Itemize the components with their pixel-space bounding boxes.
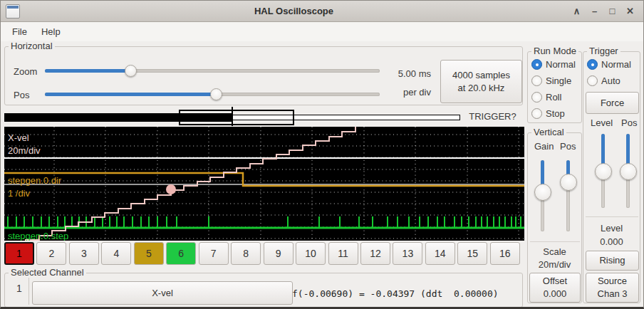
trigger-group: Trigger NormalAuto Force Level Pos Level… (583, 51, 640, 303)
trigger-pos-slider-thumb[interactable] (620, 163, 637, 180)
scale-readout: Scale 20m/div (528, 246, 581, 271)
menu-file[interactable]: File (5, 23, 34, 40)
channel-button-5[interactable]: 5 (134, 242, 164, 265)
channel-button-11[interactable]: 11 (328, 242, 358, 265)
radio-icon[interactable] (587, 75, 598, 86)
zoom-slider-fill (45, 69, 130, 73)
record-bar-trigger-marker (232, 107, 233, 126)
app-window: HAL Oscilloscope ∧–□✕ File Help Horizont… (0, 0, 644, 309)
timebase-readout: 5.00 ms per div (356, 65, 431, 102)
menu-help[interactable]: Help (34, 23, 68, 40)
separator (530, 241, 580, 242)
radio-roll[interactable]: Roll (528, 89, 581, 105)
channel-button-8[interactable]: 8 (231, 242, 261, 265)
radio-icon[interactable] (531, 92, 542, 103)
samples-button[interactable]: 4000 samples at 20.0 kHz (440, 60, 522, 103)
scope-display: X-vel20m/divstepgen.0.dir1 /divstepgen.0… (4, 127, 524, 241)
radio-icon[interactable] (531, 59, 542, 70)
horizontal-group-label: Horizontal (9, 41, 55, 51)
channel-button-2[interactable]: 2 (36, 242, 66, 265)
channel-button-14[interactable]: 14 (425, 242, 455, 265)
window-icon (6, 4, 20, 19)
radio-label: Stop (546, 108, 565, 119)
zoom-label: Zoom (14, 66, 37, 77)
run-mode-options: NormalSingleRollStop (528, 56, 581, 122)
scope-label-ch5-name: stepgen.0.dir (8, 175, 62, 186)
gain-slider-thumb[interactable] (534, 184, 551, 201)
channel-button-3[interactable]: 3 (69, 242, 99, 265)
trigger-pos-slider[interactable] (620, 134, 637, 208)
maximize-button[interactable]: □ (603, 3, 621, 20)
trigger-level-slider-thumb[interactable] (595, 163, 612, 180)
trigger-level-value: 0.000 (583, 235, 640, 248)
radio-single[interactable]: Single (528, 73, 581, 89)
window-title: HAL Oscilloscope (20, 6, 568, 16)
pos-slider[interactable] (45, 88, 380, 100)
radio-icon[interactable] (587, 59, 598, 70)
channel-source-button[interactable]: X-vel (32, 281, 293, 305)
channel-button-7[interactable]: 7 (199, 242, 229, 265)
shade-button[interactable]: ∧ (568, 3, 586, 20)
channel-button-10[interactable]: 10 (296, 242, 326, 265)
trigger-status-label: TRIGGER? (462, 111, 523, 122)
channel-button-6[interactable]: 6 (166, 242, 196, 265)
offset-button[interactable]: Offset 0.000 (529, 273, 581, 303)
close-button[interactable]: ✕ (621, 3, 639, 20)
run-mode-group: Run Mode NormalSingleRollStop (527, 51, 582, 123)
window-controls: ∧–□✕ (568, 3, 639, 20)
gain-label: Gain (534, 141, 554, 152)
pos-slider-thumb[interactable] (210, 88, 222, 100)
title-bar[interactable]: HAL Oscilloscope ∧–□✕ (1, 1, 643, 22)
channel-button-15[interactable]: 15 (457, 242, 487, 265)
trace-xvel-marker (166, 184, 176, 194)
radio-label: Roll (546, 92, 561, 103)
scope-canvas: X-vel20m/divstepgen.0.dir1 /divstepgen.0… (4, 127, 524, 241)
radio-icon[interactable] (531, 75, 542, 86)
edge-button[interactable]: Rising (586, 251, 639, 271)
selected-channel-number: 1 (11, 283, 28, 294)
zoom-slider[interactable] (45, 65, 380, 77)
radio-stop[interactable]: Stop (528, 105, 581, 122)
force-button[interactable]: Force (586, 92, 639, 114)
trigger-level-label: Level (591, 117, 613, 128)
minimize-button[interactable]: – (586, 3, 603, 20)
trigger-source-button[interactable]: Source Chan 3 (586, 273, 639, 303)
scope-label-ch1-name: X-vel (8, 132, 29, 143)
channel-button-12[interactable]: 12 (360, 242, 390, 265)
scope-label-ch6-name: stepgen.0.step (8, 231, 68, 241)
minimize-icon: – (592, 6, 597, 16)
channel-button-16[interactable]: 16 (490, 242, 520, 265)
maximize-icon: □ (610, 6, 616, 16)
trigger-level-readout: Level 0.000 (583, 221, 640, 248)
radio-auto[interactable]: Auto (583, 73, 640, 89)
vertical-pos-label: Pos (560, 141, 576, 152)
vertical-pos-slider-thumb[interactable] (560, 174, 577, 191)
shade-icon: ∧ (573, 6, 581, 16)
channel-button-9[interactable]: 9 (264, 242, 294, 265)
channel-button-13[interactable]: 13 (393, 242, 422, 265)
vertical-group-label: Vertical (531, 127, 566, 137)
radio-icon[interactable] (531, 108, 542, 119)
offset-value: 0.000 (544, 288, 567, 300)
channel-button-4[interactable]: 4 (101, 242, 131, 265)
trigger-group-label: Trigger (587, 46, 620, 56)
selected-channel-label: Selected Channel (9, 267, 86, 278)
timebase-caption: per div (356, 83, 431, 102)
radio-normal[interactable]: Normal (583, 56, 640, 73)
radio-label: Single (546, 75, 571, 86)
scale-value: 20m/div (528, 258, 581, 271)
channel-button-1[interactable]: 1 (4, 242, 34, 265)
vertical-pos-slider[interactable] (560, 160, 577, 231)
radio-label: Auto (601, 75, 620, 86)
radio-label: Normal (546, 59, 576, 70)
separator (586, 216, 638, 217)
run-mode-group-label: Run Mode (531, 46, 578, 56)
gain-slider[interactable] (534, 160, 551, 231)
menu-bar: File Help (1, 22, 643, 41)
pos-label: Pos (14, 90, 29, 100)
radio-normal[interactable]: Normal (528, 56, 581, 73)
zoom-slider-thumb[interactable] (125, 65, 137, 77)
pos-slider-fill (45, 93, 216, 96)
trigger-level-slider[interactable] (595, 134, 612, 208)
channel-row: 12345678910111213141516 (4, 242, 524, 265)
